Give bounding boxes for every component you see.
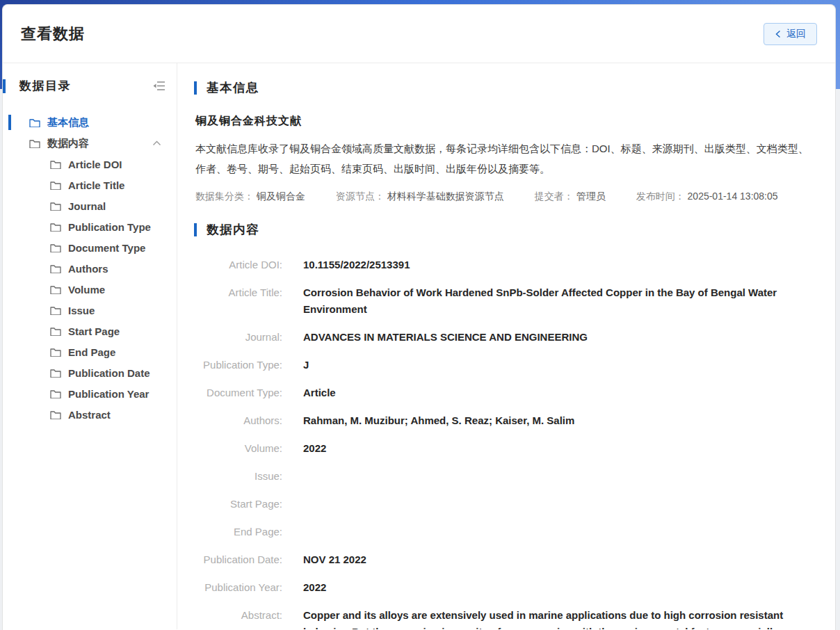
view-data-card: 查看数据 返回 数据目录 [2,4,836,630]
tree-item-label: 数据内容 [47,137,89,150]
tree-item-label: Publication Year [68,388,149,400]
field-label: Publication Year: [203,579,282,596]
meta-label: 发布时间： [636,191,685,202]
data-content-section-header: 数据内容 [194,221,818,238]
section-title: 数据内容 [207,221,259,238]
field-row: Publication Type: J [203,357,818,373]
meta-label: 资源节点： [336,191,385,202]
card-header: 查看数据 返回 [3,5,835,63]
field-row: Volume: 2022 [203,440,818,457]
tree-item[interactable]: Publication Type [3,216,177,237]
folder-icon [50,223,61,232]
field-value: Copper and its alloys are extensively us… [303,607,818,629]
tree-item-label: 基本信息 [47,116,89,129]
back-button-label: 返回 [786,28,806,40]
field-row: End Page: [203,524,818,540]
field-value: Rahman, M. Muzibur; Ahmed, S. Reaz; Kais… [303,412,574,429]
tree-item-label: End Page [68,346,115,358]
field-label: Abstract: [203,607,282,624]
tree-item[interactable]: Abstract [3,404,177,425]
field-row: Article Title: Corrosion Behavior of Wor… [203,284,818,318]
tree-item-label: Issue [68,305,95,316]
tree-item[interactable]: Publication Year [3,383,177,404]
accent-bar [194,223,197,236]
dataset-title: 铜及铜合金科技文献 [195,114,818,129]
card-body: 数据目录 [3,63,835,629]
field-value: Corrosion Behavior of Work Hardened SnPb… [303,284,818,318]
tree-item-label: Article DOI [68,159,122,170]
folder-icon [29,139,40,148]
meta-value: 铜及铜合金 [257,191,305,202]
meta-item: 数据集分类： 铜及铜合金 [195,191,305,203]
field-label: Article DOI: [203,257,282,273]
sidebar-header: 数据目录 [3,78,177,94]
field-label: Issue: [203,468,282,485]
tree-item[interactable]: Publication Date [3,362,177,383]
field-row: Publication Year: 2022 [203,579,818,596]
tree-item[interactable]: Volume [3,279,177,300]
folder-icon [50,369,61,378]
field-label: Publication Date: [203,551,282,568]
field-row: Publication Date: NOV 21 2022 [203,551,818,568]
sidebar-item-data-content[interactable]: 数据内容 [3,133,177,154]
folder-icon [50,181,61,190]
meta-value: 2025-01-14 13:08:05 [688,191,778,202]
tree-item-label: Abstract [68,409,111,421]
field-label: Article Title: [203,284,282,301]
sidebar: 数据目录 [3,63,177,629]
folder-icon [50,160,61,169]
field-label: Start Page: [203,496,282,512]
field-row: Journal: ADVANCES IN MATERIALS SCIENCE A… [203,329,818,346]
field-value: 2022 [303,440,326,457]
field-value: NOV 21 2022 [303,551,366,568]
sidebar-item-basic-info[interactable]: 基本信息 [3,112,177,133]
field-row: Document Type: Article [203,385,818,401]
meta-item: 提交者： 管理员 [535,191,606,203]
chevron-up-icon[interactable] [152,140,161,146]
field-value: ADVANCES IN MATERIALS SCIENCE AND ENGINE… [303,329,588,346]
dataset-meta-row: 数据集分类： 铜及铜合金 资源节点： 材料科学基础数据资源节点 提交者： 管理员 [195,191,818,203]
field-label: Authors: [203,412,282,429]
tree-item-label: Publication Type [68,221,151,233]
tree-item-label: Document Type [68,242,145,254]
tree-item[interactable]: Issue [3,300,177,321]
folder-icon [50,389,61,398]
main-panel: 基本信息 铜及铜合金科技文献 本文献信息库收录了铜及铜合金领域高质量文献数据，每… [177,63,835,629]
catalog-tree: 基本信息 数据内容 [3,105,177,425]
meta-label: 数据集分类： [195,191,254,202]
folder-icon [29,118,40,127]
back-button[interactable]: 返回 [764,23,817,45]
tree-item[interactable]: Article DOI [3,154,177,175]
tree-item[interactable]: Article Title [3,175,177,195]
accent-bar [194,81,197,95]
meta-item: 发布时间： 2025-01-14 13:08:05 [636,191,778,203]
folder-icon [50,327,61,336]
folder-icon [50,410,61,419]
tree-item-label: Journal [68,200,106,212]
field-list: Article DOI: 10.1155/2022/2513391 Articl… [194,238,818,629]
sidebar-title: 数据目录 [19,78,153,94]
field-label: Publication Type: [203,357,282,373]
folder-icon [50,243,61,252]
field-row: Issue: [203,468,818,485]
field-label: End Page: [203,524,282,540]
tree-children: Article DOI Article Title [3,154,177,425]
tree-item[interactable]: End Page [3,341,177,362]
field-value: 2022 [303,579,326,596]
menu-fold-icon[interactable] [153,81,165,91]
chevron-left-icon [775,30,782,38]
dataset-description: 本文献信息库收录了铜及铜合金领域高质量文献数据，每条记录均详细包含以下信息：DO… [195,138,818,179]
field-row: Abstract: Copper and its alloys are exte… [203,607,818,629]
meta-value: 管理员 [576,191,606,202]
tree-item[interactable]: Document Type [3,237,177,258]
field-row: Authors: Rahman, M. Muzibur; Ahmed, S. R… [203,412,818,429]
tree-item-label: Article Title [68,179,124,191]
meta-value: 材料科学基础数据资源节点 [387,191,504,202]
tree-item[interactable]: Journal [3,195,177,216]
tree-item[interactable]: Start Page [3,321,177,341]
basic-info-section-header: 基本信息 [194,79,818,96]
meta-label: 提交者： [535,191,574,202]
tree-item[interactable]: Authors [3,258,177,279]
page-title: 查看数据 [21,24,85,45]
section-title: 基本信息 [207,79,259,96]
